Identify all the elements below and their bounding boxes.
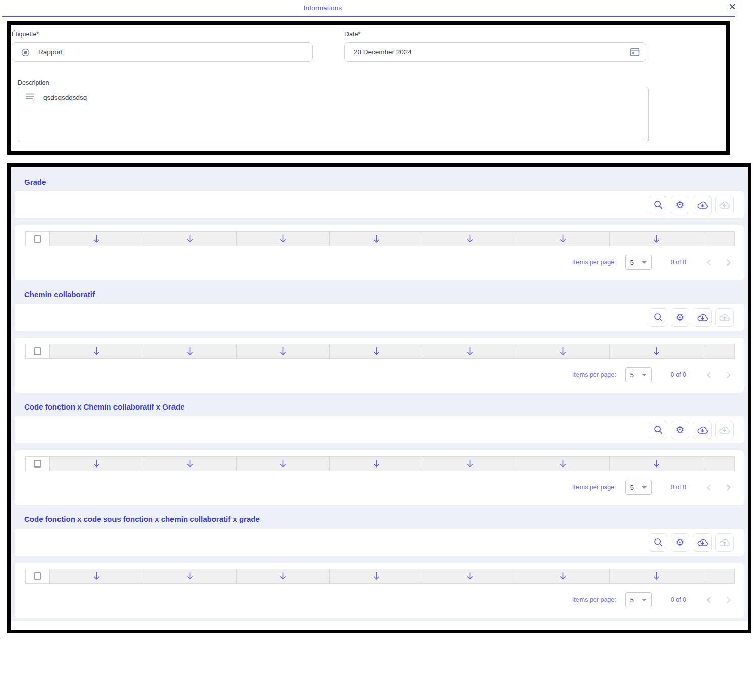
page-range-label: 0 of 0 — [671, 484, 686, 491]
upload-button[interactable] — [715, 421, 734, 439]
sort-arrow-down-icon — [279, 235, 287, 243]
sort-arrow-down-icon — [653, 347, 660, 356]
download-button[interactable] — [693, 308, 712, 327]
sort-column-header[interactable] — [330, 344, 423, 358]
sort-column-header[interactable] — [50, 344, 143, 358]
gear-icon: ⚙ — [676, 425, 685, 435]
sort-arrow-down-icon — [186, 235, 194, 243]
sort-arrow-down-icon — [93, 235, 100, 243]
description-textarea[interactable]: qsdsqsdqsdsq — [18, 87, 649, 142]
cloud-upload-icon — [719, 425, 730, 435]
search-icon — [653, 537, 663, 547]
sort-column-header[interactable] — [423, 569, 516, 583]
sort-column-header[interactable] — [423, 232, 516, 246]
date-input[interactable] — [345, 43, 646, 61]
data-section: Grade ⚙ Items per page: — [11, 178, 748, 280]
paginator: Items per page: 5 0 of 0 — [25, 252, 735, 272]
sort-column-header[interactable] — [50, 232, 143, 246]
tag-icon — [21, 48, 30, 59]
download-button[interactable] — [693, 421, 712, 439]
sort-column-header[interactable] — [610, 344, 703, 358]
text-lines-icon — [26, 93, 35, 102]
upload-button[interactable] — [715, 196, 734, 214]
sort-column-header[interactable] — [423, 457, 516, 471]
cloud-upload-icon — [719, 200, 730, 210]
sort-arrow-down-icon — [653, 572, 660, 580]
search-button[interactable] — [649, 533, 667, 552]
search-button[interactable] — [649, 421, 667, 439]
sort-column-header[interactable] — [516, 457, 610, 471]
previous-page-button[interactable] — [707, 372, 713, 378]
sort-column-header[interactable] — [423, 344, 516, 358]
sort-arrow-down-icon — [559, 572, 567, 580]
select-all-checkbox[interactable] — [34, 235, 41, 243]
sort-arrow-down-icon — [279, 572, 287, 580]
select-all-checkbox[interactable] — [34, 460, 41, 468]
next-page-button[interactable] — [724, 597, 731, 603]
previous-page-button[interactable] — [707, 597, 713, 603]
sort-column-header[interactable] — [143, 344, 237, 358]
sort-column-header[interactable] — [330, 232, 423, 246]
settings-button[interactable]: ⚙ — [671, 421, 689, 439]
upload-button[interactable] — [715, 533, 734, 552]
section-toolbar: ⚙ — [15, 529, 744, 556]
sort-column-header[interactable] — [516, 569, 610, 583]
select-all-cell — [26, 344, 50, 358]
chevron-down-icon — [642, 486, 647, 489]
sort-column-header[interactable] — [516, 232, 610, 246]
settings-button[interactable]: ⚙ — [671, 533, 689, 552]
select-all-checkbox[interactable] — [34, 347, 41, 355]
search-button[interactable] — [649, 196, 667, 214]
calendar-icon[interactable] — [630, 47, 640, 59]
items-per-page-select[interactable]: 5 — [625, 480, 652, 495]
sort-arrow-down-icon — [186, 459, 194, 468]
items-per-page-select[interactable]: 5 — [625, 592, 652, 607]
sort-column-header[interactable] — [610, 569, 703, 583]
select-all-checkbox[interactable] — [34, 572, 41, 580]
next-page-button[interactable] — [724, 484, 731, 491]
sort-arrow-down-icon — [466, 459, 474, 468]
sort-column-header[interactable] — [143, 232, 237, 246]
upload-button[interactable] — [715, 308, 734, 327]
close-icon[interactable]: × — [729, 0, 736, 14]
search-button[interactable] — [649, 308, 667, 327]
items-per-page-value: 5 — [630, 259, 642, 266]
cloud-download-icon — [697, 200, 708, 210]
sort-column-header[interactable] — [50, 457, 143, 471]
section-title: Chemin collaboratif — [24, 290, 748, 299]
sort-column-header[interactable] — [330, 457, 423, 471]
next-page-button[interactable] — [724, 372, 731, 378]
items-per-page-select[interactable]: 5 — [625, 255, 652, 270]
items-per-page-select[interactable]: 5 — [625, 367, 652, 382]
sort-column-header[interactable] — [143, 457, 237, 471]
next-page-button[interactable] — [724, 259, 731, 266]
select-all-cell — [26, 569, 50, 583]
download-button[interactable] — [693, 196, 712, 214]
previous-page-button[interactable] — [707, 259, 713, 266]
etiquette-input[interactable] — [12, 43, 312, 61]
gear-icon: ⚙ — [676, 312, 685, 322]
section-title: Code fonction x code sous fonction x che… — [24, 515, 748, 523]
sort-column-header[interactable] — [143, 569, 237, 583]
settings-button[interactable]: ⚙ — [671, 308, 689, 327]
sort-column-header[interactable] — [330, 569, 423, 583]
sort-column-header[interactable] — [237, 457, 330, 471]
sort-arrow-down-icon — [653, 235, 660, 243]
chevron-down-icon — [642, 261, 647, 264]
header-divider — [2, 16, 735, 17]
download-button[interactable] — [693, 533, 712, 552]
sort-column-header[interactable] — [516, 344, 610, 358]
sort-column-header[interactable] — [610, 232, 703, 246]
sort-arrow-down-icon — [466, 235, 474, 243]
items-per-page-value: 5 — [630, 596, 642, 604]
sort-column-header[interactable] — [237, 232, 330, 246]
sort-column-header[interactable] — [237, 569, 330, 583]
sort-column-header[interactable] — [610, 457, 703, 471]
settings-button[interactable]: ⚙ — [671, 196, 689, 214]
paginator: Items per page: 5 0 of 0 — [25, 590, 735, 610]
items-per-page-label: Items per page: — [572, 484, 616, 491]
sort-column-header[interactable] — [50, 569, 143, 583]
cloud-download-icon — [697, 425, 708, 435]
previous-page-button[interactable] — [707, 484, 713, 491]
sort-column-header[interactable] — [237, 344, 330, 358]
